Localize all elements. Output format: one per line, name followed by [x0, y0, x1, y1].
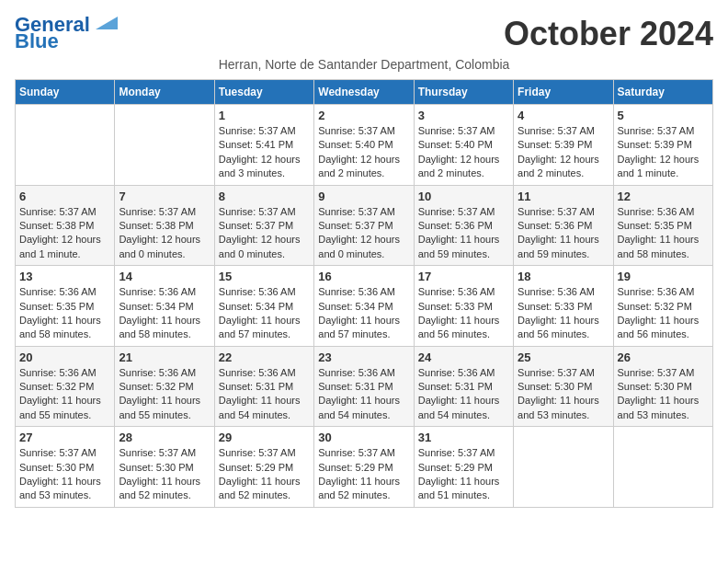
day-info: Sunrise: 5:36 AM Sunset: 5:34 PM Dayligh…	[318, 285, 409, 342]
calendar-cell: 16Sunrise: 5:36 AM Sunset: 5:34 PM Dayli…	[314, 266, 414, 347]
day-number: 17	[418, 270, 509, 283]
calendar-cell: 14Sunrise: 5:36 AM Sunset: 5:34 PM Dayli…	[115, 266, 214, 347]
day-info: Sunrise: 5:36 AM Sunset: 5:33 PM Dayligh…	[418, 285, 509, 342]
day-number: 31	[418, 431, 509, 444]
calendar-cell: 2Sunrise: 5:37 AM Sunset: 5:40 PM Daylig…	[314, 105, 414, 186]
day-number: 29	[219, 431, 310, 444]
calendar-cell: 28Sunrise: 5:37 AM Sunset: 5:30 PM Dayli…	[115, 427, 214, 508]
day-number: 27	[19, 431, 110, 444]
day-info: Sunrise: 5:37 AM Sunset: 5:30 PM Dayligh…	[19, 446, 110, 503]
day-info: Sunrise: 5:37 AM Sunset: 5:30 PM Dayligh…	[518, 366, 609, 423]
calendar-cell: 15Sunrise: 5:36 AM Sunset: 5:34 PM Dayli…	[214, 266, 313, 347]
day-number: 30	[318, 431, 409, 444]
day-info: Sunrise: 5:37 AM Sunset: 5:38 PM Dayligh…	[19, 205, 110, 262]
calendar-cell	[514, 427, 613, 508]
day-info: Sunrise: 5:36 AM Sunset: 5:34 PM Dayligh…	[119, 285, 210, 342]
calendar-table: SundayMondayTuesdayWednesdayThursdayFrid…	[15, 79, 713, 508]
calendar-cell: 6Sunrise: 5:37 AM Sunset: 5:38 PM Daylig…	[16, 185, 115, 266]
svg-marker-0	[96, 17, 118, 29]
day-number: 26	[618, 350, 709, 364]
calendar-cell	[115, 105, 214, 186]
day-header-sunday: Sunday	[16, 80, 115, 105]
calendar-cell: 22Sunrise: 5:36 AM Sunset: 5:31 PM Dayli…	[214, 346, 313, 427]
day-header-saturday: Saturday	[613, 80, 712, 105]
day-info: Sunrise: 5:36 AM Sunset: 5:32 PM Dayligh…	[618, 285, 709, 342]
calendar-cell: 13Sunrise: 5:36 AM Sunset: 5:35 PM Dayli…	[16, 266, 115, 347]
day-info: Sunrise: 5:37 AM Sunset: 5:37 PM Dayligh…	[318, 205, 409, 262]
day-number: 21	[119, 350, 210, 364]
logo-blue-text: Blue	[15, 31, 59, 52]
day-info: Sunrise: 5:37 AM Sunset: 5:36 PM Dayligh…	[518, 205, 609, 262]
day-info: Sunrise: 5:37 AM Sunset: 5:30 PM Dayligh…	[618, 366, 709, 423]
calendar-cell: 20Sunrise: 5:36 AM Sunset: 5:32 PM Dayli…	[16, 346, 115, 427]
day-info: Sunrise: 5:36 AM Sunset: 5:35 PM Dayligh…	[19, 285, 110, 342]
calendar-cell: 5Sunrise: 5:37 AM Sunset: 5:39 PM Daylig…	[613, 105, 712, 186]
day-info: Sunrise: 5:36 AM Sunset: 5:32 PM Dayligh…	[119, 366, 210, 423]
day-info: Sunrise: 5:37 AM Sunset: 5:40 PM Dayligh…	[418, 124, 509, 181]
day-info: Sunrise: 5:37 AM Sunset: 5:29 PM Dayligh…	[219, 446, 310, 503]
day-info: Sunrise: 5:37 AM Sunset: 5:29 PM Dayligh…	[318, 446, 409, 503]
day-info: Sunrise: 5:36 AM Sunset: 5:31 PM Dayligh…	[318, 366, 409, 423]
day-number: 6	[19, 190, 110, 203]
day-number: 5	[618, 109, 709, 122]
day-info: Sunrise: 5:36 AM Sunset: 5:31 PM Dayligh…	[219, 366, 310, 423]
day-number: 3	[418, 109, 509, 122]
day-number: 24	[418, 350, 509, 364]
month-title: October 2024	[504, 15, 713, 53]
calendar-cell: 17Sunrise: 5:36 AM Sunset: 5:33 PM Dayli…	[414, 266, 513, 347]
day-info: Sunrise: 5:36 AM Sunset: 5:33 PM Dayligh…	[518, 285, 609, 342]
day-number: 13	[19, 270, 110, 283]
day-number: 9	[318, 190, 409, 203]
calendar-cell: 21Sunrise: 5:36 AM Sunset: 5:32 PM Dayli…	[115, 346, 214, 427]
day-header-monday: Monday	[115, 80, 214, 105]
calendar-cell: 31Sunrise: 5:37 AM Sunset: 5:29 PM Dayli…	[414, 427, 513, 508]
day-number: 23	[318, 350, 409, 364]
day-number: 1	[219, 109, 310, 122]
logo: General Blue	[15, 15, 118, 52]
day-number: 8	[219, 190, 310, 203]
calendar-cell: 10Sunrise: 5:37 AM Sunset: 5:36 PM Dayli…	[414, 185, 513, 266]
day-number: 22	[219, 350, 310, 364]
day-number: 14	[119, 270, 210, 283]
day-header-friday: Friday	[514, 80, 613, 105]
logo-arrow-icon	[92, 13, 118, 33]
day-number: 15	[219, 270, 310, 283]
day-info: Sunrise: 5:36 AM Sunset: 5:31 PM Dayligh…	[418, 366, 509, 423]
day-info: Sunrise: 5:37 AM Sunset: 5:37 PM Dayligh…	[219, 205, 310, 262]
location-title: Herran, Norte de Santander Department, C…	[15, 57, 713, 72]
day-number: 4	[518, 109, 609, 122]
calendar-cell: 3Sunrise: 5:37 AM Sunset: 5:40 PM Daylig…	[414, 105, 513, 186]
calendar-cell: 18Sunrise: 5:36 AM Sunset: 5:33 PM Dayli…	[514, 266, 613, 347]
day-number: 18	[518, 270, 609, 283]
calendar-cell: 27Sunrise: 5:37 AM Sunset: 5:30 PM Dayli…	[16, 427, 115, 508]
calendar-cell: 29Sunrise: 5:37 AM Sunset: 5:29 PM Dayli…	[214, 427, 313, 508]
calendar-cell: 7Sunrise: 5:37 AM Sunset: 5:38 PM Daylig…	[115, 185, 214, 266]
day-number: 11	[518, 190, 609, 203]
day-number: 2	[318, 109, 409, 122]
calendar-cell: 24Sunrise: 5:36 AM Sunset: 5:31 PM Dayli…	[414, 346, 513, 427]
day-number: 16	[318, 270, 409, 283]
calendar-cell: 19Sunrise: 5:36 AM Sunset: 5:32 PM Dayli…	[613, 266, 712, 347]
calendar-cell: 25Sunrise: 5:37 AM Sunset: 5:30 PM Dayli…	[514, 346, 613, 427]
day-number: 7	[119, 190, 210, 203]
calendar-cell: 30Sunrise: 5:37 AM Sunset: 5:29 PM Dayli…	[314, 427, 414, 508]
day-info: Sunrise: 5:37 AM Sunset: 5:36 PM Dayligh…	[418, 205, 509, 262]
calendar-cell: 23Sunrise: 5:36 AM Sunset: 5:31 PM Dayli…	[314, 346, 414, 427]
day-header-tuesday: Tuesday	[214, 80, 313, 105]
day-number: 10	[418, 190, 509, 203]
calendar-cell	[16, 105, 115, 186]
calendar-cell: 26Sunrise: 5:37 AM Sunset: 5:30 PM Dayli…	[613, 346, 712, 427]
day-number: 20	[19, 350, 110, 364]
calendar-cell: 8Sunrise: 5:37 AM Sunset: 5:37 PM Daylig…	[214, 185, 313, 266]
day-info: Sunrise: 5:37 AM Sunset: 5:29 PM Dayligh…	[418, 446, 509, 503]
day-header-wednesday: Wednesday	[314, 80, 414, 105]
day-info: Sunrise: 5:36 AM Sunset: 5:35 PM Dayligh…	[618, 205, 709, 262]
day-info: Sunrise: 5:37 AM Sunset: 5:30 PM Dayligh…	[119, 446, 210, 503]
day-number: 12	[618, 190, 709, 203]
calendar-cell: 4Sunrise: 5:37 AM Sunset: 5:39 PM Daylig…	[514, 105, 613, 186]
calendar-cell: 1Sunrise: 5:37 AM Sunset: 5:41 PM Daylig…	[214, 105, 313, 186]
calendar-cell: 12Sunrise: 5:36 AM Sunset: 5:35 PM Dayli…	[613, 185, 712, 266]
calendar-cell: 11Sunrise: 5:37 AM Sunset: 5:36 PM Dayli…	[514, 185, 613, 266]
calendar-cell	[613, 427, 712, 508]
day-info: Sunrise: 5:36 AM Sunset: 5:32 PM Dayligh…	[19, 366, 110, 423]
